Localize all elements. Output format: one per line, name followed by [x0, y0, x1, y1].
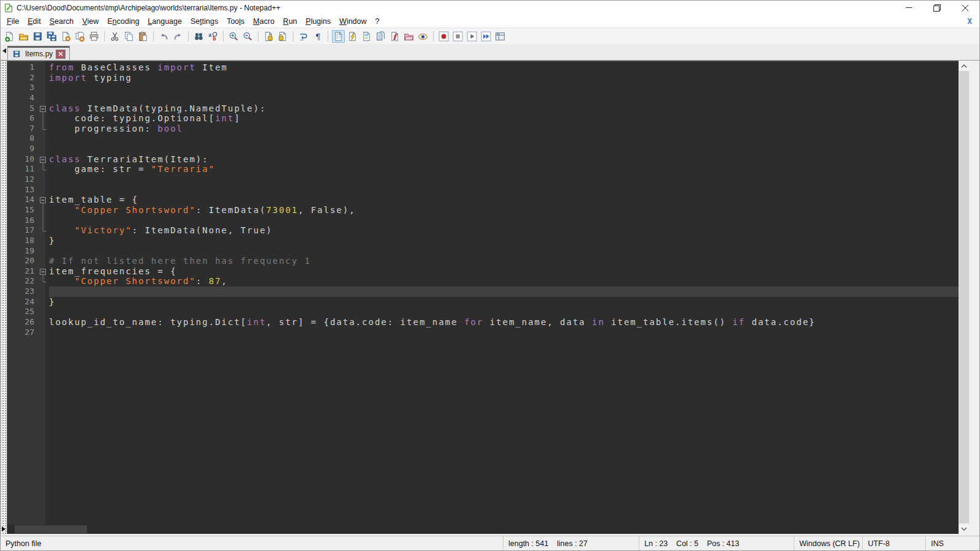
line-number[interactable]: 14 — [7, 195, 38, 205]
code-line-23[interactable]: 23 — [7, 287, 959, 297]
editor[interactable]: 1from BaseClasses import Item2import typ… — [7, 61, 959, 534]
code-text[interactable]: class ItemData(typing.NamedTuple): — [49, 103, 959, 114]
code-text[interactable]: game: str = "Terraria" — [49, 164, 959, 174]
new-file-button[interactable] — [3, 30, 16, 43]
code-line-7[interactable]: 7 progression: bool — [7, 124, 959, 134]
tab-close-icon[interactable] — [56, 50, 66, 59]
code-text[interactable]: "Copper Shortsword": ItemData(73001, Fal… — [49, 205, 959, 216]
status-doc-size[interactable]: length : 541 lines : 27 — [503, 536, 639, 550]
menu-language[interactable]: Language — [143, 16, 186, 27]
code-line-4[interactable]: 4 — [7, 93, 959, 103]
status-doc-type[interactable]: Python file — [1, 536, 503, 550]
zoom-in-button[interactable] — [227, 30, 240, 43]
code-text[interactable]: progression: bool — [49, 124, 959, 134]
code-line-27[interactable]: 27 — [7, 328, 959, 338]
code-line-17[interactable]: 17 "Victory": ItemData(None, True) — [7, 225, 959, 236]
line-number[interactable]: 6 — [7, 113, 38, 124]
macro-save-button[interactable] — [494, 30, 507, 43]
code-text[interactable]: import typing — [49, 73, 959, 83]
line-number[interactable]: 27 — [7, 328, 38, 338]
line-number[interactable]: 12 — [7, 174, 38, 185]
code-line-18[interactable]: 18} — [7, 236, 959, 246]
status-eol-format[interactable]: Windows (CR LF) — [794, 536, 862, 550]
document-map-button[interactable] — [360, 30, 373, 43]
code-line-14[interactable]: 14item_table = { — [7, 195, 959, 205]
line-number[interactable]: 22 — [7, 276, 38, 287]
code-line-2[interactable]: 2import typing — [7, 73, 959, 83]
code-text[interactable] — [49, 287, 959, 297]
line-number[interactable]: 13 — [7, 185, 38, 195]
code-line-20[interactable]: 20# If not listed here then has frequenc… — [7, 256, 959, 266]
code-line-15[interactable]: 15 "Copper Shortsword": ItemData(73001, … — [7, 205, 959, 216]
status-encoding[interactable]: UTF-8 — [862, 536, 925, 550]
code-text[interactable]: lookup_id_to_name: typing.Dict[int, str]… — [49, 317, 959, 328]
scroll-down-icon[interactable] — [959, 523, 970, 534]
word-wrap-button[interactable] — [297, 30, 310, 43]
code-line-11[interactable]: 11 game: str = "Terraria" — [7, 164, 959, 174]
status-cursor-position[interactable]: Ln : 23 Col : 5 Pos : 413 — [639, 536, 794, 550]
menu-settings[interactable]: Settings — [186, 16, 222, 27]
scroll-right-icon[interactable] — [2, 527, 6, 531]
code-line-3[interactable]: 3 — [7, 83, 959, 93]
zoom-out-button[interactable] — [241, 30, 254, 43]
fold-marker-icon[interactable] — [38, 154, 49, 165]
code-line-25[interactable]: 25 — [7, 307, 959, 317]
tab-items.py[interactable]: Items.py — [7, 46, 70, 60]
code-text[interactable]: from BaseClasses import Item — [49, 62, 959, 73]
code-text[interactable]: code: typing.Optional[int] — [49, 113, 959, 124]
menubar-close-document-icon[interactable]: X — [967, 17, 972, 26]
line-number[interactable]: 1 — [7, 62, 38, 73]
code-area[interactable]: 1from BaseClasses import Item2import typ… — [7, 61, 959, 525]
document-list-button[interactable] — [374, 30, 387, 43]
line-number[interactable]: 17 — [7, 225, 38, 236]
code-line-13[interactable]: 13 — [7, 185, 959, 195]
line-number[interactable]: 24 — [7, 297, 38, 307]
code-text[interactable] — [49, 246, 959, 257]
menu-tools[interactable]: Tools — [222, 16, 249, 27]
code-text[interactable] — [49, 144, 959, 154]
code-line-6[interactable]: 6 code: typing.Optional[int] — [7, 113, 959, 124]
line-number[interactable]: 9 — [7, 144, 38, 154]
code-line-8[interactable]: 8 — [7, 133, 959, 144]
sync-horizontal-scrolling-button[interactable] — [276, 30, 289, 43]
macro-run-multiple-button[interactable] — [480, 30, 492, 43]
line-number[interactable]: 23 — [7, 287, 38, 297]
fold-marker-icon[interactable] — [38, 266, 49, 277]
menu-plugins[interactable]: Plugins — [301, 16, 335, 27]
code-text[interactable]: item_table = { — [49, 195, 959, 205]
code-text[interactable]: "Copper Shortsword": 87, — [49, 276, 959, 287]
folder-as-workspace-button[interactable] — [402, 30, 415, 43]
save-file-button[interactable] — [31, 30, 44, 43]
find-button[interactable] — [192, 30, 205, 43]
line-number[interactable]: 4 — [7, 93, 38, 103]
line-number[interactable]: 16 — [7, 216, 38, 226]
line-number[interactable]: 2 — [7, 73, 38, 83]
close-file-button[interactable] — [59, 30, 72, 43]
code-text[interactable] — [49, 185, 959, 195]
show-all-characters-button[interactable]: ¶ — [311, 30, 324, 43]
user-defined-language-button[interactable] — [346, 30, 359, 43]
line-number[interactable]: 25 — [7, 307, 38, 317]
code-line-10[interactable]: 10class TerrariaItem(Item): — [7, 154, 959, 165]
code-text[interactable]: item_frequencies = { — [49, 266, 959, 277]
vertical-scrollbar-thumb[interactable] — [959, 71, 970, 523]
code-text[interactable] — [49, 307, 959, 317]
line-number[interactable]: 8 — [7, 133, 38, 144]
code-text[interactable] — [49, 216, 959, 226]
macro-playback-button[interactable] — [466, 30, 478, 43]
menu-run[interactable]: Run — [279, 16, 301, 27]
undo-button[interactable] — [157, 30, 170, 43]
horizontal-scrollbar-thumb[interactable] — [15, 525, 87, 533]
replace-button[interactable]: ab — [206, 30, 219, 43]
monitoring-button[interactable] — [417, 30, 429, 43]
close-all-button[interactable] — [74, 30, 86, 43]
code-line-16[interactable]: 16 — [7, 216, 959, 226]
code-text[interactable] — [49, 133, 959, 144]
code-line-9[interactable]: 9 — [7, 144, 959, 154]
code-line-1[interactable]: 1from BaseClasses import Item — [7, 62, 959, 73]
code-line-26[interactable]: 26lookup_id_to_name: typing.Dict[int, st… — [7, 317, 959, 328]
redo-button[interactable] — [172, 30, 184, 43]
line-number[interactable]: 5 — [7, 103, 38, 114]
menu-view[interactable]: View — [78, 16, 103, 27]
macro-record-button[interactable] — [437, 30, 450, 43]
